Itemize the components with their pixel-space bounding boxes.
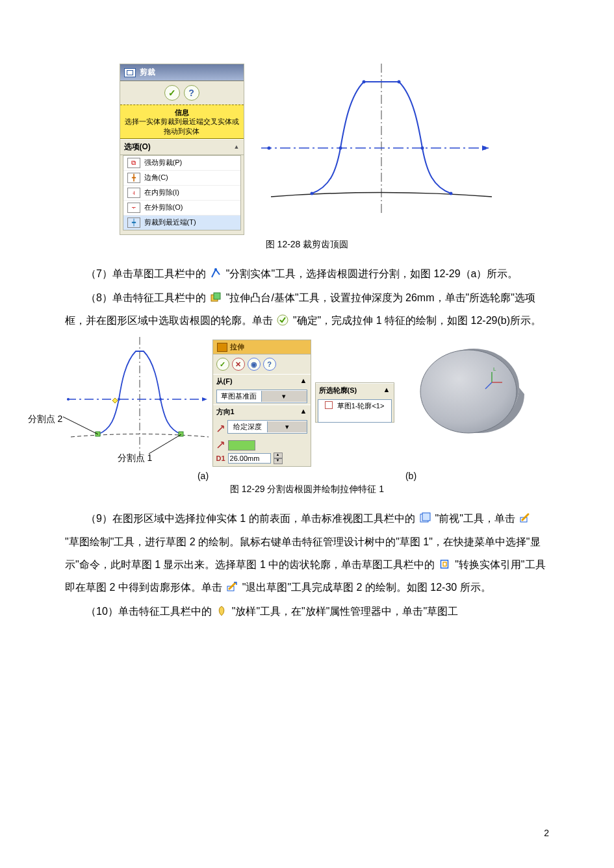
loft-icon	[216, 605, 227, 617]
figure-12-28-caption: 图 12-28 裁剪齿顶圆	[65, 239, 549, 251]
extruded-cylinder: L	[396, 337, 532, 447]
step-8-text-c: "确定"，完成拉伸 1 特征的绘制，如图 12-29(b)所示。	[293, 315, 541, 326]
extrude-boss-icon	[210, 291, 222, 303]
split-sketch	[63, 337, 212, 460]
cancel-button[interactable]: ✕	[232, 358, 245, 371]
extrude-panel-title: 拉伸	[213, 340, 311, 354]
depth-label: D1	[216, 454, 225, 462]
depth-input-row: D1 ▲▼	[216, 453, 307, 464]
info-text: 选择一实体剪裁到最近端交叉实体或拖动到实体	[125, 118, 239, 134]
svg-point-27	[67, 398, 70, 401]
figure-12-28: 剪裁 ✓ ? 信息 选择一实体剪裁到最近端交叉实体或拖动到实体 选项(O) ▲ …	[65, 64, 549, 235]
step-7-text-a: （7）单击草图工具栏中的	[86, 268, 206, 279]
step-10-text-b: "放样"工具，在"放样"属性管理器中，单击"草图工	[232, 606, 458, 617]
step-8: （8）单击特征工具栏中的 "拉伸凸台/基体"工具，设置拉伸深度为 26mm，单击…	[65, 286, 549, 332]
depth-input[interactable]	[228, 453, 271, 464]
info-header: 信息	[124, 108, 240, 117]
panel-action-row: ✓ ✕ ◉ ?	[213, 354, 311, 374]
svg-point-7	[420, 147, 424, 150]
page-number: 2	[544, 828, 549, 838]
split-point-2-text: 分割点 2	[28, 414, 63, 424]
trim-option-icon: ┿	[127, 217, 140, 228]
step-9-text-e: "退出草图"工具完成草图 2 的绘制。如图 12-30 所示。	[242, 582, 491, 593]
svg-marker-20	[112, 398, 118, 403]
svg-point-6	[339, 147, 342, 150]
step-8-text-a: （8）单击特征工具栏中的	[86, 292, 206, 303]
figure-12-29: 分割点 2 分割点 1	[6, 337, 549, 467]
selected-contours-header[interactable]: 所选轮廓(S) ▲	[316, 383, 394, 397]
direction-arrow-icon[interactable]	[216, 441, 225, 450]
selected-contours-panel: 所选轮廓(S) ▲ 草图1-轮廓<1>	[315, 382, 394, 423]
svg-point-30	[420, 350, 517, 433]
options-header-label: 选项(O)	[124, 142, 151, 153]
svg-point-4	[362, 81, 365, 84]
info-box: 信息 选择一实体剪裁到最近端交叉实体或拖动到实体	[120, 105, 244, 139]
from-header[interactable]: 从(F) ▲	[213, 374, 311, 388]
ok-button[interactable]: ✓	[164, 85, 180, 101]
collapse-icon: ▲	[234, 143, 240, 150]
extrude-panel-title-text: 拉伸	[230, 342, 244, 352]
dropdown-caret-icon: ▾	[261, 391, 307, 402]
exit-sketch-icon	[226, 581, 238, 593]
convert-entities-icon	[439, 558, 451, 570]
step-9: （9）在图形区域中选择拉伸实体 1 的前表面，单击标准视图工具栏中的 "前视"工…	[65, 507, 549, 599]
trim-option-icon: ⧉	[127, 158, 140, 168]
svg-point-9	[449, 192, 452, 195]
step-9-text-b: "前视"工具，单击	[435, 513, 515, 524]
collapse-icon: ▲	[383, 386, 390, 395]
selected-contours-list[interactable]: 草图1-轮廓<1>	[318, 399, 392, 423]
svg-point-8	[310, 192, 313, 195]
trim-option-label: 在外剪除(O)	[144, 203, 183, 212]
preview-button[interactable]: ◉	[248, 358, 261, 371]
trim-option[interactable]: ┿ 剪裁到最近端(T)	[123, 216, 240, 230]
svg-point-12	[214, 268, 217, 271]
svg-point-5	[397, 81, 400, 84]
svg-rect-38	[441, 560, 448, 568]
selected-contours-label: 所选轮廓(S)	[319, 386, 357, 395]
trim-option[interactable]: ⧉ 强劲剪裁(P)	[123, 156, 240, 171]
sublabel-b: (b)	[405, 471, 416, 481]
trim-option-label: 在内剪除(I)	[144, 188, 179, 197]
extrude-property-panel: 拉伸 ✓ ✕ ◉ ? 从(F) ▲ 草图基准面 ▾ 方向1 ▲ 给定深度	[212, 340, 311, 467]
from-value: 草图基准面	[217, 390, 262, 403]
collapse-icon: ▲	[300, 377, 307, 386]
tooth-sketch	[261, 64, 495, 213]
extrude-title-icon	[217, 343, 227, 352]
help-button[interactable]: ?	[184, 85, 199, 101]
svg-point-25	[118, 398, 120, 401]
depth-spinner[interactable]: ▲▼	[274, 453, 283, 464]
trim-option-icon: ╋	[127, 173, 140, 183]
trim-option[interactable]: ╋ 边角(C)	[123, 171, 240, 186]
step-10: （10）单击特征工具栏中的 "放样"工具，在"放样"属性管理器中，单击"草图工	[65, 600, 549, 623]
reverse-dir-row	[213, 412, 311, 426]
panel-title: 剪裁	[120, 64, 244, 81]
figure-12-29-sublabels: (a) (b)	[99, 471, 515, 481]
from-dropdown[interactable]: 草图基准面 ▾	[216, 390, 307, 403]
trim-option[interactable]: ⫟ 在外剪除(O)	[123, 201, 240, 216]
confirm-icon	[277, 314, 288, 326]
trim-option[interactable]: ⫞ 在内剪除(I)	[123, 186, 240, 201]
contour-icon	[325, 401, 333, 409]
step-7-text-b: "分割实体"工具，选择齿根圆进行分割，如图 12-29（a）所示。	[226, 268, 518, 279]
trim-option-label: 剪裁到最近端(T)	[144, 217, 196, 227]
svg-line-24	[149, 434, 181, 454]
ok-button[interactable]: ✓	[216, 358, 229, 371]
depth-preview-bar	[228, 440, 255, 451]
trim-option-icon: ⫞	[127, 188, 140, 198]
ok-help-row: ✓ ?	[120, 81, 244, 105]
contour-item: 草图1-轮廓<1>	[337, 402, 385, 410]
trim-option-icon: ⫟	[127, 203, 140, 213]
options-header[interactable]: 选项(O) ▲	[120, 139, 244, 155]
depth-preview-row	[216, 440, 307, 451]
split-entity-icon	[210, 267, 222, 279]
reverse-direction-icon[interactable]	[216, 424, 226, 434]
help-button[interactable]: ?	[263, 358, 276, 371]
svg-line-23	[63, 416, 98, 434]
panel-title-text: 剪裁	[140, 67, 155, 78]
options-list: ⧉ 强劲剪裁(P) ╋ 边角(C) ⫞ 在内剪除(I) ⫟ 在外剪除(O) ┿	[123, 155, 241, 230]
from-header-label: 从(F)	[216, 377, 233, 386]
sublabel-a: (a)	[198, 471, 209, 481]
svg-point-10	[267, 146, 270, 149]
svg-point-11	[483, 146, 486, 149]
sketch-icon	[519, 512, 531, 524]
